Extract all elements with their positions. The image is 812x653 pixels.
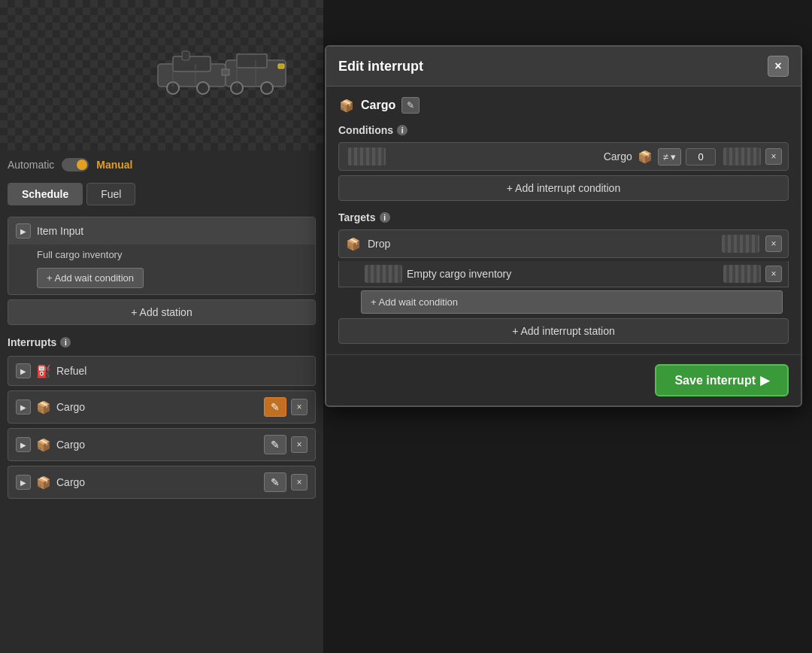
drop-label: Drop [368,238,713,250]
modal-add-wait-condition-button[interactable]: + Add wait condition [361,290,783,314]
modal-close-button[interactable]: × [768,56,789,77]
cargo3-edit-button[interactable]: ✎ [264,472,286,492]
conditions-info-icon[interactable]: i [397,125,408,135]
cargo1-play-button[interactable]: ▶ [16,399,31,415]
condition-right-handle [723,147,761,166]
sub-drag-handle[interactable] [365,265,402,283]
refuel-play-button[interactable]: ▶ [16,363,31,378]
svg-rect-1 [173,56,211,71]
interrupt-item-refuel: ▶ ⛽ Refuel [8,356,316,386]
cargo2-close-button[interactable]: × [291,436,308,453]
target-sub-condition: Empty cargo inventory × [338,261,789,287]
toggle-switch[interactable] [62,158,89,172]
modal-footer: Save interrupt ▶ [326,354,801,405]
interrupt-item-cargo-3: ▶ 📦 Cargo ✎ × [8,466,316,499]
targets-info-icon[interactable]: i [380,212,390,223]
drop-handle[interactable] [722,235,759,253]
interrupts-info-icon[interactable]: i [60,337,71,348]
modal-body: 📦 Cargo ✎ Conditions i Cargo 📦 ≠ ▾ × + A… [326,87,801,354]
cargo3-icon: 📦 [35,474,52,491]
interrupt-item-cargo-1: ▶ 📦 Cargo ✎ × [8,390,316,424]
cargo2-name: Cargo [56,439,259,451]
station-name: Item Input [37,225,83,237]
svg-rect-3 [237,54,267,68]
station-full-cargo-condition: Full cargo inventory [8,244,315,265]
save-interrupt-button[interactable]: Save interrupt ▶ [655,364,789,396]
target-row-drop: 📦 Drop × [338,229,789,258]
modal-cargo-icon: 📦 [338,97,355,114]
svg-rect-10 [278,64,284,68]
conditions-title: Conditions i [338,124,789,136]
cargo1-name: Cargo [56,401,259,413]
add-station-button[interactable]: + Add station [8,299,316,325]
interrupts-section-title: Interrupts i [8,336,316,348]
drop-icon: 📦 [345,235,362,252]
condition-row-cargo: Cargo 📦 ≠ ▾ × [338,142,789,171]
drop-remove-button[interactable]: × [765,235,782,252]
svg-rect-8 [222,69,229,75]
condition-cargo-icon: 📦 [637,148,653,165]
auto-manual-toggle-row: Automatic Manual [8,158,316,172]
add-interrupt-station-button[interactable]: + Add interrupt station [338,318,789,344]
refuel-name: Refuel [56,365,308,377]
add-wait-condition-button[interactable]: + Add wait condition [37,268,144,288]
empty-cargo-label: Empty cargo inventory [407,268,716,280]
station-header: ▶ Item Input [8,217,315,244]
cargo2-icon: 📦 [35,436,52,453]
cargo3-name: Cargo [56,476,259,488]
cargo2-play-button[interactable]: ▶ [16,437,31,452]
sub-remove-button[interactable]: × [765,266,782,282]
condition-drag-handle[interactable] [348,147,386,166]
condition-value-input[interactable] [686,148,716,166]
modal-header: Edit interrupt × [326,47,801,87]
condition-cargo-label: Cargo [604,150,632,162]
refuel-icon: ⛽ [35,363,52,379]
condition-remove-button[interactable]: × [765,148,782,165]
schedule-tabs: Schedule Fuel [8,183,316,205]
modal-cargo-row: 📦 Cargo ✎ [338,97,789,114]
manual-label: Manual [96,159,132,171]
station-play-button[interactable]: ▶ [16,223,31,238]
cargo2-edit-button[interactable]: ✎ [264,435,286,454]
condition-operator-select[interactable]: ≠ ▾ [658,148,681,166]
svg-point-7 [261,82,273,94]
train-image [143,41,308,102]
add-interrupt-condition-button[interactable]: + Add interrupt condition [338,175,789,201]
targets-title: Targets i [338,211,789,223]
auto-label: Automatic [8,159,54,171]
svg-point-5 [197,82,209,94]
edit-interrupt-modal: Edit interrupt × 📦 Cargo ✎ Conditions i … [325,45,802,407]
tab-fuel[interactable]: Fuel [86,183,135,205]
tab-schedule[interactable]: Schedule [8,183,83,205]
svg-rect-9 [182,51,189,60]
cargo3-play-button[interactable]: ▶ [16,475,31,490]
cargo1-close-button[interactable]: × [291,399,308,415]
modal-cargo-label: Cargo [361,99,395,112]
sub-right-handle [723,265,761,283]
train-svg [150,45,301,98]
modal-title: Edit interrupt [338,59,423,74]
cargo1-icon: 📦 [35,399,52,415]
cargo1-edit-button[interactable]: ✎ [264,397,286,417]
modal-cargo-edit-button[interactable]: ✎ [401,97,420,114]
left-panel: Automatic Manual Schedule Fuel ▶ Item In… [0,150,323,653]
cargo3-close-button[interactable]: × [291,474,308,491]
interrupt-item-cargo-2: ▶ 📦 Cargo ✎ × [8,428,316,461]
station-item-input: ▶ Item Input Full cargo inventory + Add … [8,217,316,295]
